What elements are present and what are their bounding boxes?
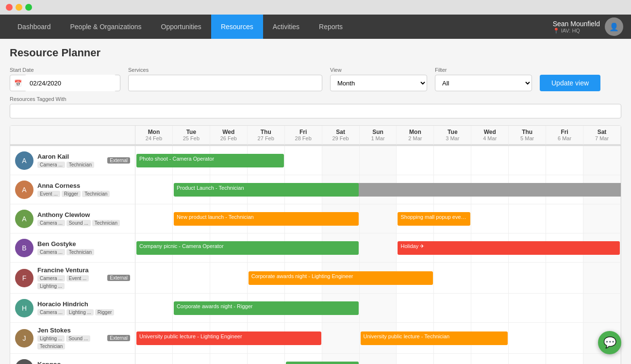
event-6-1[interactable]: University public lecture - Technician: [361, 331, 508, 345]
resource-row-7: 🚐KangooTransport Photo shoot - Transport: [10, 354, 621, 364]
event-7-0[interactable]: Photo shoot - Transport: [286, 362, 359, 364]
day-cell-2-10: [509, 204, 546, 233]
resource-row-2: AAnthony ClewlowCamera ...Sound ...Techn…: [10, 204, 621, 233]
tag: Technician: [37, 343, 65, 349]
resource-cell-0: AAaron KailCamera ...TechnicianExternal: [10, 146, 135, 175]
resource-tags-0: Camera ...Technician: [37, 162, 103, 168]
close-dot[interactable]: [6, 4, 13, 11]
day-cell-5-6: [360, 294, 397, 323]
user-info: Sean Mounfield 📍 IAV: HQ 👤: [553, 17, 623, 36]
resource-info-4: Francine VenturaCamera ...Event ...Light…: [37, 266, 103, 289]
resource-info-7: KangooTransport: [37, 361, 130, 364]
page-content: Resource Planner Start Date 📅 Services V…: [0, 39, 631, 364]
event-2-1[interactable]: Shopping mall popup event - Technician: [398, 212, 470, 226]
tag: Lighting ...: [37, 283, 65, 289]
tagged-input[interactable]: [10, 104, 621, 118]
nav-item-opportunities[interactable]: Opportunities: [151, 15, 211, 39]
tag: Camera ...: [37, 275, 65, 281]
event-3-1[interactable]: Holiday ✈: [398, 241, 620, 255]
nav-item-resources[interactable]: Resources: [211, 15, 263, 39]
resource-row-5: HHoracio HindrichCamera ...Lighting ...R…: [10, 294, 621, 323]
resource-name-5: Horacio Hindrich: [37, 300, 130, 308]
day-cell-4-8: [434, 263, 471, 294]
resource-avatar-0: A: [15, 151, 33, 170]
day-cell-7-10: [509, 354, 546, 364]
day-cell-2-9: [471, 204, 509, 233]
services-input[interactable]: [128, 75, 322, 91]
nav-item-people---organizations[interactable]: People & Organizations: [61, 15, 151, 39]
chat-button[interactable]: 💬: [598, 331, 621, 354]
filter-select[interactable]: All: [435, 75, 532, 91]
day-cell-1-0: [135, 175, 173, 204]
event-2-0[interactable]: New product launch - Technician: [174, 212, 359, 226]
resource-tags-2: Camera ...Sound ...Technician: [37, 220, 130, 226]
main-nav: DashboardPeople & OrganizationsOpportuni…: [0, 15, 631, 39]
day-cell-4-12: [583, 263, 621, 294]
day-cell-7-7: [397, 354, 434, 364]
day-cell-0-6: [360, 146, 397, 175]
day-header-5: Sat 29 Feb: [322, 126, 360, 145]
resource-cell-2: AAnthony ClewlowCamera ...Sound ...Techn…: [10, 204, 135, 233]
day-cell-7-1: [173, 354, 210, 364]
tag: Camera ...: [37, 220, 65, 226]
event-4-0[interactable]: Corporate awards night - Lighting Engine…: [249, 271, 433, 285]
tag: Lighting ...: [37, 335, 65, 342]
day-cell-4-11: [546, 263, 583, 294]
start-date-input[interactable]: [25, 75, 116, 91]
filter-row: Start Date 📅 Services View Month Filter …: [10, 67, 621, 91]
day-cell-7-11: [546, 354, 583, 364]
start-date-group: Start Date 📅: [10, 67, 120, 91]
resource-name-0: Aaron Kail: [37, 153, 103, 160]
resource-tags-1: Event ...RiggerTechnician: [37, 191, 130, 197]
day-cell-3-6: [360, 233, 397, 263]
day-cell-2-0: [135, 204, 173, 233]
day-cell-7-8: [434, 354, 471, 364]
day-cell-5-0: [135, 294, 173, 323]
resource-name-1: Anna Corness: [37, 182, 130, 189]
event-3-0[interactable]: Company picnic - Camera Operator: [136, 241, 359, 255]
tag: Sound ...: [66, 220, 91, 226]
day-cell-0-4: [285, 146, 322, 175]
tag: Camera ...: [37, 309, 65, 315]
event-5-0[interactable]: Corporate awards night - Rigger: [174, 301, 359, 315]
resource-avatar-3: B: [15, 239, 33, 257]
update-view-button[interactable]: Update view: [540, 75, 600, 91]
nav-item-reports[interactable]: Reports: [309, 15, 352, 39]
maximize-dot[interactable]: [25, 4, 32, 11]
filter-label: Filter: [435, 67, 532, 73]
user-location: 📍 IAV: HQ: [553, 28, 600, 34]
resource-row-6: JJen StokesLighting ...Sound ...Technici…: [10, 323, 621, 354]
resource-name-3: Ben Gostyke: [37, 240, 130, 248]
nav-item-dashboard[interactable]: Dashboard: [8, 15, 61, 39]
resource-tags-3: Camera ...Technician: [37, 249, 130, 255]
day-cell-6-11: [546, 323, 583, 354]
day-cell-0-11: [546, 146, 583, 175]
tag: Camera ...: [37, 249, 65, 255]
resource-avatar-2: A: [15, 210, 33, 228]
day-cell-4-10: [509, 263, 546, 294]
resource-info-6: Jen StokesLighting ...Sound ...Technicia…: [37, 327, 103, 349]
tag: Camera ...: [37, 162, 65, 168]
day-header-6: Sun 1 Mar: [360, 126, 397, 145]
day-header-9: Wed 4 Mar: [471, 126, 509, 145]
tag: Technician: [66, 162, 94, 168]
day-cell-4-1: [173, 263, 210, 294]
day-cell-7-9: [471, 354, 509, 364]
nav-item-activities[interactable]: Activities: [263, 15, 309, 39]
day-cell-6-10: [509, 323, 546, 354]
day-cell-7-6: [360, 354, 397, 364]
event-1-1[interactable]: Product Launch - Technician: [174, 183, 359, 197]
day-cell-4-0: [135, 263, 173, 294]
tag: Event ...: [37, 191, 60, 197]
resource-cell-3: BBen GostykeCamera ...Technician: [10, 233, 135, 263]
view-select[interactable]: Month: [330, 75, 427, 91]
resource-row-3: BBen GostykeCamera ...Technician Company…: [10, 233, 621, 263]
resource-cell-5: HHoracio HindrichCamera ...Lighting ...R…: [10, 294, 135, 323]
minimize-dot[interactable]: [16, 4, 22, 11]
event-0-0[interactable]: Photo shoot - Camera Operator: [136, 154, 284, 167]
event-6-0[interactable]: University public lecture - Lighting Eng…: [136, 331, 321, 345]
day-cell-7-3: [248, 354, 285, 364]
external-badge-4: External: [107, 275, 130, 281]
filter-group: Filter All: [435, 67, 532, 91]
tag: Lighting ...: [66, 309, 94, 315]
